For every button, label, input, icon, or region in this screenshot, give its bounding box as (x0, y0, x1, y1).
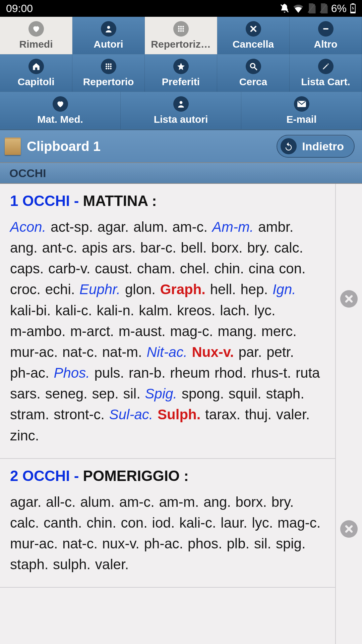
svg-point-9 (182, 26, 184, 28)
svg-rect-4 (352, 3, 354, 4)
close-entry-button[interactable] (340, 290, 358, 308)
status-right: 6% (280, 2, 356, 15)
svg-point-14 (180, 30, 182, 32)
side-column (335, 184, 362, 644)
toolbar-label: Altro (314, 39, 338, 50)
star-icon (173, 59, 189, 74)
svg-point-21 (108, 65, 109, 67)
wifi-icon (293, 4, 304, 13)
close-entry-button[interactable] (340, 520, 358, 538)
toolbar-altro[interactable]: Altro (290, 17, 362, 54)
person-icon (173, 96, 189, 112)
close-icon (246, 21, 261, 37)
entry-title: 1 OCCHI - MATTINA : (10, 193, 325, 209)
status-time: 09:00 (6, 2, 33, 15)
svg-rect-5 (351, 12, 355, 13)
toolbar-label: Repertoriz… (151, 39, 210, 50)
entry-close-slot (340, 414, 358, 644)
toolbar-lista-cart[interactable]: Lista Cart. (290, 54, 362, 92)
entry-close-slot (340, 184, 358, 414)
toolbar-row-1: RimediAutoriRepertoriz…CancellaAltro (0, 17, 362, 54)
remedy-list: Acon. act-sp. agar. alum. am-c. Am-m. am… (10, 217, 325, 446)
svg-point-18 (108, 63, 109, 65)
toolbar-email[interactable]: E-mail (241, 92, 362, 129)
clipboard-left: Clipboard 1 (5, 138, 101, 155)
svg-point-13 (178, 30, 180, 32)
toolbar-mat-med[interactable]: Mat. Med. (0, 92, 121, 129)
bell-off-icon (280, 3, 290, 13)
svg-point-25 (110, 68, 112, 69)
grid-icon (173, 21, 189, 37)
back-label: Indietro (302, 140, 344, 153)
svg-point-7 (178, 26, 180, 28)
mail-icon (294, 96, 309, 112)
undo-icon (281, 138, 297, 154)
status-bar: 09:00 6% (0, 0, 362, 17)
battery-text: 6% (331, 2, 347, 15)
toolbar-capitoli[interactable]: Capitoli (0, 54, 72, 92)
minus-icon (318, 21, 334, 37)
search-icon (246, 59, 261, 74)
svg-point-23 (106, 68, 107, 69)
svg-point-24 (108, 68, 109, 69)
svg-point-28 (179, 101, 182, 104)
heart-icon (53, 96, 68, 112)
entry[interactable]: 2 OCCHI - POMERIGGIO :agar. all-c. alum.… (0, 459, 335, 588)
toolbar-label: Repertorio (83, 76, 134, 88)
sim1-icon (307, 3, 316, 13)
toolbar-label: Capitoli (18, 76, 55, 88)
svg-point-15 (182, 30, 184, 32)
toolbar-autori[interactable]: Autori (72, 17, 145, 54)
toolbar-rimedi[interactable]: Rimedi (0, 17, 72, 54)
toolbar-row-3: Mat. Med.Lista autoriE-mail (0, 92, 362, 129)
svg-point-17 (106, 63, 107, 65)
toolbar-label: Lista Cart. (301, 76, 350, 88)
toolbar-label: Cancella (233, 39, 274, 50)
toolbar: RimediAutoriRepertoriz…CancellaAltro Cap… (0, 17, 362, 129)
clipboard-bar: Clipboard 1 Indietro (0, 129, 362, 162)
toolbar-repertoriz[interactable]: Repertoriz… (145, 17, 217, 54)
clipboard-title: Clipboard 1 (27, 139, 101, 154)
home-icon (28, 59, 44, 74)
toolbar-label: Rimedi (19, 39, 53, 50)
svg-point-11 (180, 28, 182, 30)
toolbar-label: E-mail (286, 114, 316, 125)
toolbar-preferiti[interactable]: Preferiti (145, 54, 217, 92)
remedy-list: agar. all-c. alum. am-c. am-m. ang. borx… (10, 492, 325, 575)
back-button[interactable]: Indietro (277, 135, 355, 158)
svg-point-20 (106, 65, 107, 67)
toolbar-label: Mat. Med. (37, 114, 83, 125)
svg-point-6 (107, 26, 110, 29)
toolbar-label: Cerca (239, 76, 267, 88)
toolbar-repertorio[interactable]: Repertorio (72, 54, 145, 92)
toolbar-cerca[interactable]: Cerca (217, 54, 290, 92)
svg-point-10 (178, 28, 180, 30)
svg-point-19 (110, 63, 112, 65)
folder-icon (5, 138, 21, 155)
svg-rect-16 (323, 28, 328, 30)
toolbar-label: Lista autori (154, 114, 208, 125)
toolbar-cancella[interactable]: Cancella (217, 17, 290, 54)
battery-icon (350, 3, 356, 13)
person-icon (101, 21, 116, 37)
section-header-text: OCCHI (9, 167, 46, 180)
svg-point-22 (110, 65, 112, 67)
svg-point-8 (180, 26, 182, 28)
toolbar-row-2: CapitoliRepertorioPreferitiCercaLista Ca… (0, 54, 362, 92)
entry-title: 2 OCCHI - POMERIGGIO : (10, 468, 325, 484)
entry[interactable]: 1 OCCHI - MATTINA :Acon. act-sp. agar. a… (0, 184, 335, 459)
svg-line-27 (254, 67, 257, 70)
pencil-icon (318, 59, 334, 74)
svg-point-12 (182, 28, 184, 30)
content: 1 OCCHI - MATTINA :Acon. act-sp. agar. a… (0, 184, 362, 644)
heart-icon (28, 21, 44, 37)
toolbar-lista-autori[interactable]: Lista autori (121, 92, 241, 129)
grid-icon (101, 59, 116, 74)
sim2-icon (319, 3, 328, 13)
section-header: OCCHI (0, 162, 362, 184)
toolbar-label: Autori (94, 39, 123, 50)
entries[interactable]: 1 OCCHI - MATTINA :Acon. act-sp. agar. a… (0, 184, 335, 644)
toolbar-label: Preferiti (162, 76, 200, 88)
